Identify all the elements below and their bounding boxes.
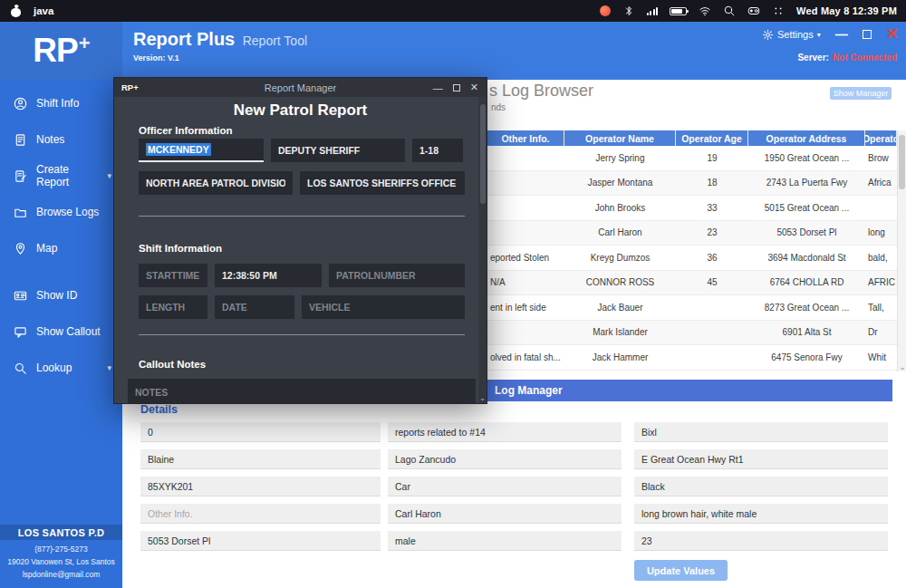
record-indicator-icon[interactable] [600, 5, 611, 16]
sidebar-item-shift-info[interactable]: Shift Info [0, 85, 122, 121]
app-logo-text: RP [33, 32, 77, 70]
sidebar-item-label: Lookup [36, 361, 72, 374]
chevron-down-icon: ▾ [817, 31, 821, 39]
menu-grid-icon[interactable] [772, 5, 785, 17]
officer-badge-input[interactable] [412, 139, 463, 162]
vehicle-input[interactable] [302, 295, 465, 319]
modal-title: Report Manager [114, 82, 487, 93]
report-icon [14, 169, 27, 183]
officer-rank-input[interactable] [271, 139, 405, 162]
apple-menu-icon[interactable] [11, 5, 22, 17]
details-field-r1-c2[interactable] [388, 422, 622, 442]
cell-other [487, 321, 564, 345]
cell-other [487, 171, 564, 196]
details-field-r4-c2[interactable] [388, 504, 622, 524]
sidebar-item-map[interactable]: Map [0, 230, 122, 266]
cell-address: 6764 CHOLLA RD [748, 271, 865, 295]
cell-address: 1950 Great Ocean ... [748, 146, 865, 170]
column-header-other[interactable]: Other Info. [487, 130, 564, 146]
column-header-name[interactable]: Operator Name [564, 130, 676, 146]
cell-age [676, 345, 748, 370]
settings-button[interactable]: Settings ▾ [762, 29, 821, 41]
bluetooth-icon[interactable] [622, 5, 635, 17]
sidebar-item-notes[interactable]: Notes [0, 121, 122, 158]
update-values-button[interactable]: Update Values [634, 560, 728, 581]
menubar-right: Wed May 8 12:39 PM [600, 5, 906, 17]
cell-age [676, 295, 748, 320]
cell-age: 36 [676, 246, 748, 270]
cellular-signal-icon[interactable] [647, 6, 659, 15]
modal-scrollbar-thumb[interactable] [480, 104, 486, 204]
battery-icon[interactable] [670, 7, 687, 15]
show-manager-button[interactable]: Show Manager [830, 87, 892, 100]
cell-other [487, 196, 564, 220]
scroll-down-icon[interactable]: ⌄ [898, 362, 906, 371]
details-field-r3-c2[interactable] [388, 477, 622, 496]
sidebar-item-label: Browse Logs [36, 206, 99, 218]
sidebar-item-lookup[interactable]: Lookup▾ [0, 350, 122, 386]
sidebar-item-browse-logs[interactable]: Browse Logs [0, 194, 122, 230]
modal-titlebar[interactable]: RP+ Report Manager — ✕ [114, 78, 487, 97]
scrollbar-thumb[interactable] [899, 135, 905, 189]
notes-input[interactable] [128, 379, 476, 404]
column-header-desc[interactable]: Operato [865, 130, 897, 146]
cell-address: 5015 Great Ocean ... [748, 196, 865, 220]
cell-name: CONNOR ROSS [564, 271, 676, 295]
starttime-input[interactable] [139, 264, 207, 287]
officer-name-input[interactable]: MCKENNEDY [139, 139, 264, 162]
divider [139, 334, 465, 335]
log-manager-bar-label: Log Manager [495, 384, 563, 397]
sidebar-item-show-id[interactable]: Show ID [0, 277, 122, 313]
time-input[interactable] [215, 264, 322, 287]
sidebar-item-label: Notes [36, 133, 64, 146]
wifi-icon[interactable] [699, 5, 711, 17]
details-field-r5-c1[interactable] [140, 531, 381, 551]
menubar-app-name[interactable]: java [34, 5, 53, 16]
date-input[interactable] [215, 295, 294, 319]
details-field-r5-c2[interactable] [388, 531, 622, 551]
department-name: LOS SANTOS P.D [0, 525, 122, 540]
officer-office-input[interactable] [300, 171, 465, 195]
sidebar-group-2: Show IDShow CalloutLookup▾ [0, 277, 122, 386]
maximize-button[interactable] [863, 30, 872, 39]
app-title: Report Plus [133, 29, 235, 49]
minimize-button[interactable]: — [835, 30, 848, 39]
control-center-icon[interactable] [747, 5, 760, 17]
cell-other: eported Stolen [487, 246, 564, 270]
cell-desc: Africa [865, 171, 897, 196]
close-button[interactable]: ✕ [886, 28, 899, 41]
cell-age: 33 [676, 196, 748, 220]
contact-email: lspdonline@gmail.com [2, 568, 120, 581]
header-title-wrap: Report Plus Report Tool Version: V.1 [133, 29, 307, 63]
details-field-r1-c1[interactable] [140, 422, 381, 442]
column-header-address[interactable]: Operator Address [748, 130, 865, 146]
table-scrollbar[interactable]: ⌄ [897, 130, 906, 371]
details-field-r1-c3[interactable] [634, 422, 888, 442]
spotlight-icon[interactable] [723, 5, 736, 17]
sidebar-item-label: Show Callout [36, 325, 101, 338]
menubar-clock[interactable]: Wed May 8 12:39 PM [796, 5, 897, 16]
cell-address: 6475 Senora Fwy [748, 345, 865, 370]
officer-division-input[interactable] [139, 171, 293, 195]
details-field-r4-c3[interactable] [634, 504, 888, 524]
column-header-age[interactable]: Operator Age [676, 130, 748, 146]
details-field-r2-c2[interactable] [388, 449, 622, 469]
modal-scrollbar[interactable]: ⌄ [478, 97, 487, 403]
modal-scroll-down-icon[interactable]: ⌄ [478, 394, 487, 402]
length-input[interactable] [139, 295, 207, 319]
sidebar-item-label: Map [36, 242, 57, 255]
sidebar-item-show-callout[interactable]: Show Callout [0, 313, 122, 350]
cell-name: Jack Hammer [564, 345, 676, 370]
header-controls: Settings ▾ — ✕ [762, 28, 899, 41]
contact-address: 19020 Vanowen St, Los Santos [2, 555, 120, 568]
sidebar-item-create-report[interactable]: Create Report▾ [0, 158, 122, 194]
details-field-r3-c1[interactable] [140, 477, 381, 496]
details-field-r2-c3[interactable] [634, 449, 888, 469]
details-field-r2-c1[interactable] [140, 449, 381, 469]
details-field-r3-c3[interactable] [634, 477, 888, 496]
details-field-r4-c1[interactable] [140, 504, 381, 524]
details-field-r5-c3[interactable] [634, 531, 888, 551]
app-subtitle: Report Tool [243, 34, 307, 48]
cell-name: Mark Islander [564, 321, 676, 345]
patrolnumber-input[interactable] [329, 264, 465, 287]
